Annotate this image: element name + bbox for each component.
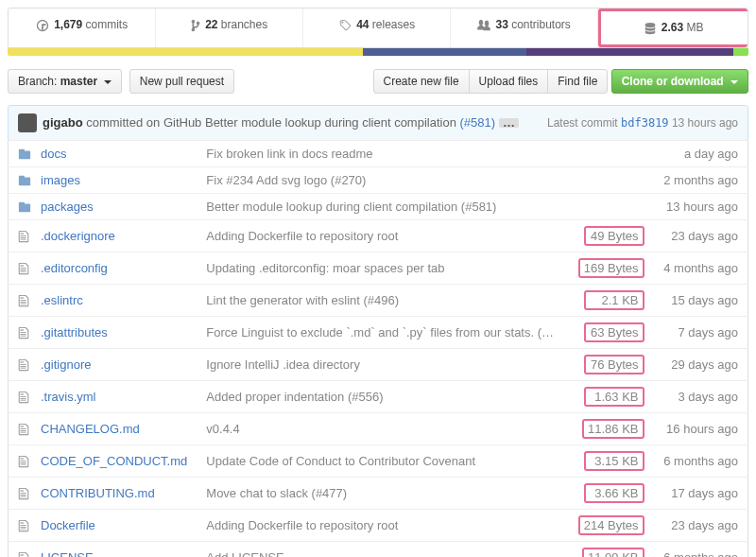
file-commit-message[interactable]: Adding Dockerfile to repository root	[206, 229, 398, 243]
people-icon	[477, 19, 490, 32]
caret-down-icon	[104, 80, 112, 84]
file-name-link[interactable]: CHANGELOG.md	[41, 422, 140, 436]
file-commit-message[interactable]: Force Linguist to exclude `.md` and `.py…	[206, 325, 568, 339]
commit-sha[interactable]: bdf3819	[621, 116, 669, 130]
file-size: 76 Bytes	[584, 355, 644, 374]
language-segment[interactable]	[733, 48, 748, 56]
commit-issue-link[interactable]: (#581)	[460, 115, 496, 130]
repo-size-value: 2.63	[662, 21, 683, 34]
file-icon	[9, 348, 32, 380]
file-icon	[9, 316, 32, 348]
folder-icon	[9, 166, 32, 193]
file-commit-message[interactable]: Move chat to slack (#477)	[206, 486, 347, 500]
file-name-link[interactable]: packages	[41, 200, 94, 214]
file-name-link[interactable]: .gitattributes	[41, 325, 108, 339]
file-age: 23 days ago	[654, 509, 748, 541]
commit-age: 13 hours ago	[672, 116, 738, 130]
file-commit-message[interactable]: v0.4.4	[206, 422, 239, 436]
file-size-cell	[569, 140, 654, 166]
file-size: 49 Bytes	[584, 226, 644, 246]
file-row: imagesFix #234 Add svg logo (#270)2 mont…	[9, 166, 748, 193]
new-pull-request-button[interactable]: New pull request	[129, 69, 234, 94]
file-name-link[interactable]: .eslintrc	[41, 293, 83, 307]
file-row: CONTRIBUTING.mdMove chat to slack (#477)…	[9, 477, 748, 509]
language-segment[interactable]	[526, 48, 734, 56]
file-list-table: docsFix broken link in docs readmea day …	[8, 140, 748, 557]
clone-download-button[interactable]: Clone or download	[611, 69, 748, 94]
file-size: 1.63 KB	[584, 387, 644, 407]
file-name-link[interactable]: CONTRIBUTING.md	[41, 486, 155, 500]
latest-commit-row: gigabo committed on GitHub Better module…	[8, 105, 748, 141]
language-segment[interactable]	[363, 48, 525, 56]
commit-message[interactable]: Better module lookup during client compi…	[205, 115, 456, 130]
file-name-link[interactable]: CODE_OF_CONDUCT.md	[41, 454, 187, 468]
file-commit-message[interactable]: Added proper indentation (#556)	[206, 390, 383, 404]
tag-icon	[338, 19, 352, 32]
commit-action: committed on GitHub	[86, 115, 201, 130]
releases-label: releases	[372, 18, 415, 31]
file-size: 11.86 KB	[582, 419, 644, 439]
file-name-link[interactable]: .gitignore	[41, 357, 91, 372]
file-icon	[9, 477, 32, 509]
stat-branches[interactable]: 22 branches	[156, 9, 303, 47]
file-icon	[9, 541, 32, 557]
stat-commits[interactable]: 1,679 commits	[9, 9, 156, 47]
file-name-link[interactable]: Dockerfile	[41, 518, 95, 532]
file-name-link[interactable]: .travis.yml	[41, 390, 96, 404]
language-bar[interactable]	[8, 48, 748, 56]
file-row: .gitattributesForce Linguist to exclude …	[9, 316, 748, 348]
expand-message-button[interactable]: …	[499, 118, 519, 128]
file-commit-message[interactable]: Fix broken link in docs readme	[206, 147, 372, 161]
folder-icon	[9, 140, 32, 166]
file-commit-message[interactable]: Fix #234 Add svg logo (#270)	[206, 173, 366, 187]
file-row: .eslintrcLint the generator with eslint …	[9, 284, 748, 316]
file-name-link[interactable]: docs	[41, 147, 66, 161]
file-size-cell: 3.66 KB	[569, 477, 654, 509]
toolbar-left: Branch: master New pull request	[8, 69, 234, 94]
latest-commit-label: Latest commit	[547, 116, 618, 130]
file-name-link[interactable]: LICENSE	[41, 550, 94, 557]
file-commit-message[interactable]: Updating .editorconfig: moar spaces per …	[206, 261, 444, 275]
toolbar-right: Create new file Upload files Find file C…	[373, 69, 748, 94]
branch-icon	[191, 19, 200, 32]
file-commit-message[interactable]: Update Code of Conduct to Contributor Co…	[206, 454, 475, 468]
commit-author[interactable]: gigabo	[43, 115, 83, 130]
file-size: 3.66 KB	[584, 483, 644, 503]
file-row: .travis.ymlAdded proper indentation (#55…	[9, 380, 748, 412]
file-age: a day ago	[654, 140, 748, 166]
file-commit-message[interactable]: Add LICENSE	[206, 550, 284, 557]
file-row: packagesBetter module lookup during clie…	[9, 193, 748, 219]
commits-label: commits	[86, 18, 129, 31]
avatar[interactable]	[18, 113, 37, 132]
stat-releases[interactable]: 44 releases	[303, 9, 451, 47]
file-icon	[9, 444, 32, 477]
stat-contributors[interactable]: 33 contributors	[451, 9, 598, 47]
language-segment[interactable]	[8, 48, 363, 56]
stat-repo-size[interactable]: 2.63 MB	[598, 9, 747, 47]
file-age: 7 days ago	[654, 316, 748, 348]
file-name-link[interactable]: images	[41, 173, 80, 187]
branch-select-button[interactable]: Branch: master	[8, 69, 122, 94]
file-size-cell: 11.86 KB	[569, 412, 654, 444]
find-file-button[interactable]: Find file	[547, 69, 608, 94]
file-commit-message[interactable]: Lint the generator with eslint (#496)	[206, 293, 399, 307]
file-row: docsFix broken link in docs readmea day …	[9, 140, 748, 166]
clone-label: Clone or download	[622, 75, 724, 88]
file-size-cell: 76 Bytes	[569, 348, 654, 380]
file-age: 29 days ago	[654, 348, 748, 380]
branch-prefix: Branch:	[18, 75, 57, 88]
file-name-link[interactable]: .editorconfig	[41, 261, 108, 275]
upload-files-button[interactable]: Upload files	[469, 69, 549, 94]
file-icon	[9, 509, 32, 541]
file-commit-message[interactable]: Better module lookup during client compi…	[206, 200, 496, 214]
commit-meta: Latest commit bdf3819 13 hours ago	[547, 116, 738, 130]
file-age: 15 days ago	[654, 284, 748, 316]
file-name-link[interactable]: .dockerignore	[41, 229, 115, 243]
file-icon	[9, 284, 32, 316]
file-row: .dockerignoreAdding Dockerfile to reposi…	[9, 219, 748, 252]
file-commit-message[interactable]: Ignore IntelliJ .idea directory	[206, 357, 360, 372]
create-file-button[interactable]: Create new file	[373, 69, 470, 94]
file-size: 11.09 KB	[582, 548, 644, 557]
commits-count: 1,679	[54, 18, 82, 31]
file-commit-message[interactable]: Adding Dockerfile to repository root	[206, 518, 398, 532]
